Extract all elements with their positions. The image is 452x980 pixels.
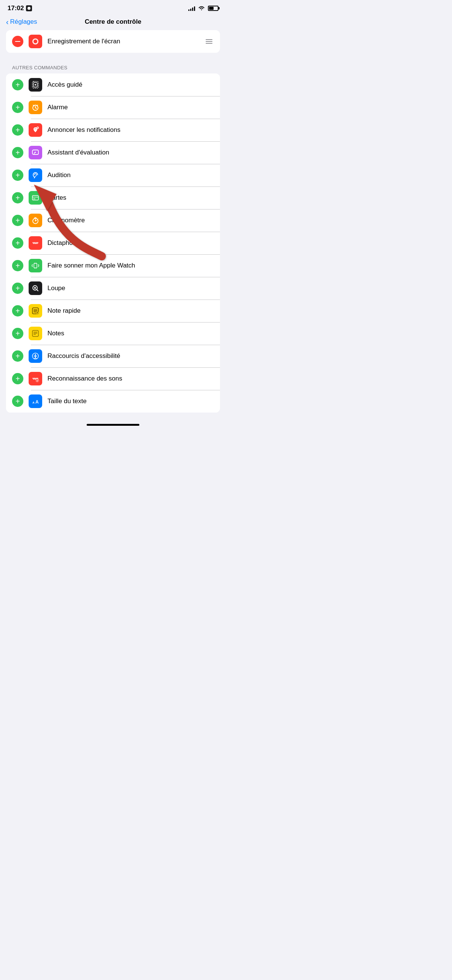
svg-rect-28: [34, 263, 37, 268]
svg-line-34: [37, 290, 38, 291]
list-item: Dictaphone: [6, 232, 220, 255]
list-item: Cartes: [6, 186, 220, 209]
list-item: A A Taille du texte: [6, 390, 220, 412]
svg-point-6: [35, 84, 36, 86]
screen-record-label: Enregistrement de l'écran: [48, 38, 199, 45]
add-hearing-button[interactable]: [12, 170, 23, 181]
svg-point-18: [34, 177, 35, 178]
svg-line-54: [35, 358, 37, 359]
list-item: Notes: [6, 322, 220, 345]
add-stopwatch-button[interactable]: [12, 215, 23, 226]
svg-rect-21: [33, 199, 35, 199]
magnifier-icon: [29, 282, 42, 295]
status-bar: 17:02: [0, 0, 226, 15]
screen-record-row: Enregistrement de l'écran: [6, 30, 220, 53]
add-wallet-button[interactable]: [12, 192, 23, 204]
feedback-icon: !: [29, 146, 42, 159]
list-item: Loupe: [6, 277, 220, 299]
stopwatch-label: Chronomètre: [48, 216, 214, 224]
guided-access-label: Accès guidé: [48, 81, 214, 89]
list-item: Annoncer les notifications: [6, 119, 220, 141]
list-item: Note rapide: [6, 299, 220, 322]
svg-point-50: [35, 354, 36, 355]
notes-icon: [29, 327, 42, 340]
add-feedback-button[interactable]: [12, 147, 23, 158]
remove-screen-record-button[interactable]: [12, 36, 23, 47]
add-quick-note-button[interactable]: [12, 305, 23, 317]
sound-recognition-icon: [29, 372, 42, 385]
battery-icon: [208, 6, 218, 11]
list-item: Alarme: [6, 96, 220, 119]
add-ping-watch-button[interactable]: [12, 260, 23, 271]
magnifier-label: Loupe: [48, 285, 214, 292]
add-alarm-button[interactable]: [12, 102, 23, 113]
svg-point-3: [33, 40, 37, 43]
back-button[interactable]: ‹ Réglages: [6, 18, 37, 25]
voice-memos-label: Dictaphone: [48, 239, 214, 247]
other-commands-list: Accès guidé Alarme: [6, 73, 220, 412]
add-magnifier-button[interactable]: [12, 283, 23, 294]
content-area: Enregistrement de l'écran AUTRES COMMAND…: [0, 30, 226, 412]
add-text-size-button[interactable]: [12, 396, 23, 407]
voice-memos-icon: [29, 236, 42, 250]
hearing-label: Audition: [48, 172, 214, 179]
wallet-label: Cartes: [48, 194, 214, 202]
add-guided-access-button[interactable]: [12, 79, 23, 91]
active-section: Enregistrement de l'écran: [6, 30, 220, 53]
add-notes-button[interactable]: [12, 328, 23, 339]
announce-icon: [29, 123, 42, 137]
add-voice-memos-button[interactable]: [12, 237, 23, 249]
hearing-icon: [29, 169, 42, 182]
add-announce-button[interactable]: [12, 124, 23, 136]
svg-rect-19: [32, 196, 38, 200]
section-header: AUTRES COMMANDES: [6, 65, 220, 70]
svg-line-9: [35, 108, 37, 108]
accessibility-icon: [29, 349, 42, 363]
stopwatch-icon: [29, 214, 42, 227]
back-chevron-icon: ‹: [6, 18, 9, 25]
signal-icon: [188, 6, 195, 11]
page-title: Centre de contrôle: [85, 18, 141, 25]
list-item: Accès guidé: [6, 73, 220, 96]
text-size-icon: A A: [29, 395, 42, 408]
list-item: Audition: [6, 164, 220, 186]
ping-watch-label: Faire sonner mon Apple Watch: [48, 262, 214, 269]
home-indicator: [87, 424, 139, 426]
back-label: Réglages: [10, 18, 37, 25]
list-item: Chronomètre: [6, 209, 220, 232]
drag-handle[interactable]: [204, 38, 214, 45]
alarm-label: Alarme: [48, 103, 214, 111]
alarm-icon: [29, 100, 42, 114]
add-sound-recognition-button[interactable]: [12, 373, 23, 384]
nav-header: ‹ Réglages Centre de contrôle: [0, 15, 226, 30]
svg-rect-20: [32, 197, 38, 198]
text-size-label: Taille du texte: [48, 398, 214, 405]
svg-text:!: !: [35, 151, 36, 154]
feedback-label: Assistant d'évaluation: [48, 149, 214, 156]
quick-note-label: Note rapide: [48, 307, 214, 315]
notes-label: Notes: [48, 330, 214, 337]
status-icons: [188, 6, 218, 11]
screen-record-icon: [29, 35, 42, 48]
wifi-icon: [198, 6, 205, 11]
recording-indicator-icon: [26, 5, 32, 11]
svg-point-55: [36, 379, 39, 382]
wallet-icon: [29, 191, 42, 205]
status-time: 17:02: [8, 5, 32, 12]
list-item: ! Assistant d'évaluation: [6, 141, 220, 164]
sound-recognition-label: Reconnaissance des sons: [48, 375, 214, 382]
svg-line-27: [38, 219, 38, 219]
list-item: Reconnaissance des sons: [6, 368, 220, 390]
svg-text:A: A: [32, 401, 35, 404]
quick-note-icon: [29, 304, 42, 318]
add-accessibility-button[interactable]: [12, 350, 23, 362]
guided-access-icon: [29, 78, 42, 92]
svg-text:A: A: [35, 399, 39, 405]
ping-watch-icon: [29, 259, 42, 272]
list-item: Faire sonner mon Apple Watch: [6, 255, 220, 277]
announce-label: Annoncer les notifications: [48, 126, 214, 134]
list-item: Raccourcis d'accessibilité: [6, 345, 220, 368]
accessibility-label: Raccourcis d'accessibilité: [48, 352, 214, 360]
svg-point-1: [27, 7, 30, 10]
